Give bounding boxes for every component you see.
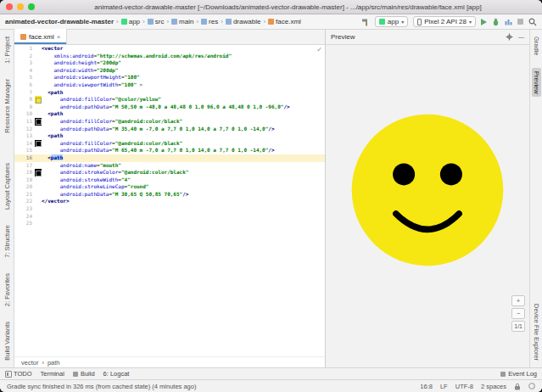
preview-header: Preview — — [326, 30, 529, 45]
gear-icon[interactable] — [506, 33, 513, 41]
code-line[interactable]: 11 android:fillColor="@android:color/bla… — [14, 118, 325, 126]
code-line[interactable]: 10 <path — [14, 110, 325, 118]
minimize-window-button[interactable] — [17, 3, 24, 10]
tool-stripe-button-gradle[interactable]: Gradle — [532, 33, 541, 59]
encoding-indicator[interactable]: UTF-8 — [455, 383, 473, 390]
module-icon — [121, 19, 127, 25]
toolwindow-button-event-log[interactable]: Event Log — [500, 370, 537, 378]
window-title: animated-vector-drawable-master [~/Downl… — [51, 3, 525, 11]
close-window-button[interactable] — [6, 3, 13, 10]
code-line[interactable]: 8 android:fillColor="@color/yellow" — [14, 96, 325, 104]
code-line[interactable]: 18 android:strokeColor="@android:color/b… — [14, 169, 325, 176]
code-line[interactable]: 12 android:pathData="M 35,40 m -7,0 a 7,… — [14, 126, 325, 133]
line-ending-indicator[interactable]: LF — [440, 383, 448, 390]
left-stripe-top: 1: ProjectResource Manager — [3, 33, 12, 136]
gutter-space — [35, 213, 42, 221]
editor-code[interactable]: ✓ 1<vector2 xmlns:android="http://schema… — [14, 45, 325, 356]
breadcrumb-item-drawable[interactable]: drawable — [226, 18, 260, 25]
preview-zoom-button-1-1[interactable]: 1/1 — [511, 321, 525, 332]
code-line[interactable]: 6 android:viewportWidth="100" > — [14, 81, 325, 89]
lock-icon[interactable] — [514, 383, 521, 390]
gutter-space — [35, 53, 42, 60]
code-line[interactable]: 5 android:viewportHeight="100" — [14, 74, 325, 81]
breadcrumb-item-animated-vector-drawable-master[interactable]: animated-vector-drawable-master — [5, 18, 114, 25]
code-text: android:fillColor="@android:color/black" — [42, 118, 182, 126]
code-line[interactable]: 3 android:height="200dp" — [14, 59, 325, 67]
code-line[interactable]: 7 <path — [14, 89, 325, 97]
run-toolbar: app ▾ Pixel 2 API 28 ▾ — [361, 16, 537, 27]
hide-panel-icon[interactable]: — — [518, 34, 524, 40]
notifications-icon[interactable] — [528, 383, 535, 389]
toolwindow-button-todo[interactable]: TODO — [14, 370, 32, 378]
tool-stripe-button-1-project[interactable]: 1: Project — [3, 33, 12, 67]
code-text: android:height="200dp" — [42, 59, 121, 67]
search-everywhere-button[interactable] — [528, 18, 537, 26]
code-text: android:pathData="M 35,40 m -7,0 a 7,7 0… — [42, 126, 275, 133]
editor-column: face.xml × ✓ 1<vector2 xmlns:android="ht… — [14, 30, 325, 367]
code-line[interactable]: 16 <path — [14, 154, 325, 162]
stop-button[interactable] — [517, 19, 523, 25]
code-text: android:fillColor="@color/yellow" — [42, 96, 161, 104]
phone-icon — [417, 19, 422, 25]
breadcrumb-item-main[interactable]: main — [171, 18, 193, 25]
tool-stripe-button-device-file-explorer[interactable]: Device File Explorer — [532, 300, 541, 364]
tab-face-xml[interactable]: face.xml × — [14, 29, 67, 44]
code-text: <path — [42, 132, 63, 140]
caret-position[interactable]: 16:8 — [420, 383, 433, 390]
code-line[interactable]: 23 — [14, 205, 325, 213]
xml-breadcrumb-path[interactable]: path — [47, 359, 60, 367]
android-studio-window: animated-vector-drawable-master [~/Downl… — [0, 0, 542, 392]
code-line[interactable]: 14 android:fillColor="@android:color/bla… — [14, 140, 325, 148]
code-line[interactable]: 13 <path — [14, 132, 325, 140]
gutter-space — [35, 45, 42, 53]
toolwindow-button-terminal[interactable]: Terminal — [41, 370, 64, 378]
run-config-select[interactable]: app ▾ — [375, 16, 408, 27]
run-button[interactable] — [481, 19, 487, 25]
toolwindow-button-6-logcat[interactable]: 6: Logcat — [103, 370, 130, 378]
code-line[interactable]: 22</vector> — [14, 198, 325, 205]
code-line[interactable]: 25 — [14, 220, 325, 227]
tool-stripe-button-resource-manager[interactable]: Resource Manager — [3, 76, 12, 137]
tool-stripe-button-7-structure[interactable]: 7: Structure — [3, 221, 12, 261]
bug-icon — [492, 18, 500, 26]
profiler-button[interactable] — [505, 18, 512, 25]
breadcrumb-item-res[interactable]: res — [201, 18, 218, 25]
code-line[interactable]: 9 android:pathData="M 50,50 m -48,0 a 48… — [14, 104, 325, 111]
zoom-window-button[interactable] — [28, 3, 35, 10]
code-line[interactable]: 1<vector — [14, 45, 325, 53]
tool-stripe-button-2-favorites[interactable]: 2: Favorites — [3, 270, 12, 310]
toolwindow-label: Build — [81, 370, 95, 378]
breadcrumb: animated-vector-drawable-master›app›src›… — [5, 18, 301, 25]
close-icon[interactable]: × — [57, 33, 61, 41]
code-line[interactable]: 4 android:width="200dp" — [14, 67, 325, 75]
preview-zoom-button-[interactable]: − — [511, 308, 525, 319]
gutter-space — [35, 205, 42, 213]
build-button[interactable] — [361, 18, 370, 26]
indent-indicator[interactable]: 2 spaces — [481, 383, 506, 390]
tool-stripe-button-build-variants[interactable]: Build Variants — [3, 318, 12, 364]
debug-button[interactable] — [492, 18, 500, 26]
code-text: xmlns:android="http://schemas.android.co… — [42, 53, 232, 60]
breadcrumb-item-app[interactable]: app — [121, 18, 140, 25]
code-line[interactable]: 20 android:strokeLineCap="round" — [14, 183, 325, 191]
code-line[interactable]: 17 android:name="mouth" — [14, 162, 325, 170]
tool-stripe-button-preview[interactable]: Preview — [532, 68, 541, 98]
gutter-space — [35, 59, 42, 67]
code-line[interactable]: 15 android:pathData="M 65,40 m -7,0 a 7,… — [14, 147, 325, 154]
toolwindow-button-build[interactable]: Build — [73, 370, 95, 378]
breadcrumb-item-src[interactable]: src — [148, 18, 165, 25]
device-select[interactable]: Pixel 2 API 28 ▾ — [413, 16, 476, 27]
toolwindow-toggle-icon[interactable] — [5, 371, 12, 378]
code-line[interactable]: 21 android:pathData="M 30,65 Q 50,85 70,… — [14, 191, 325, 199]
preview-zoom-button-[interactable]: + — [511, 295, 525, 306]
inspection-ok-icon[interactable]: ✓ — [316, 46, 322, 53]
code-line[interactable]: 19 android:strokeWidth="4" — [14, 176, 325, 184]
right-tool-stripe: GradlePreview Device File Explorer — [529, 30, 542, 367]
tool-stripe-button-layout-captures[interactable]: Layout Captures — [3, 160, 12, 213]
line-number: 21 — [14, 191, 35, 199]
xml-breadcrumb-vector[interactable]: vector — [21, 359, 38, 367]
face-svg — [349, 111, 506, 269]
breadcrumb-item-face-xml[interactable]: face.xml — [268, 18, 301, 25]
code-line[interactable]: 24 — [14, 213, 325, 221]
code-line[interactable]: 2 xmlns:android="http://schemas.android.… — [14, 53, 325, 60]
